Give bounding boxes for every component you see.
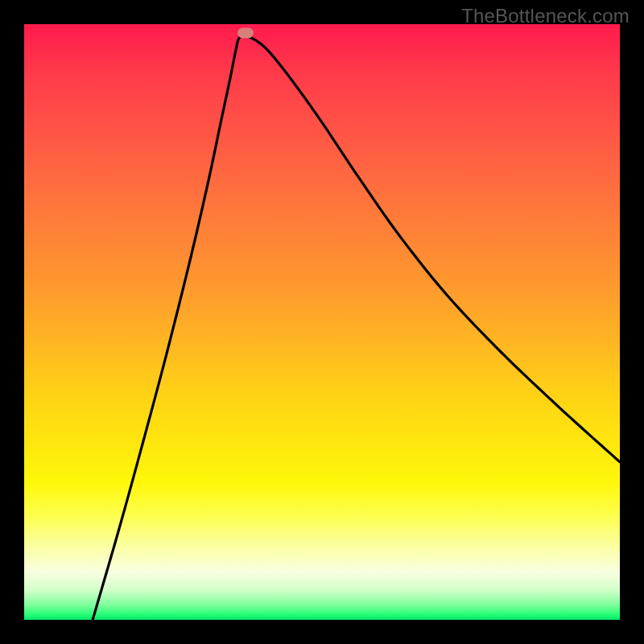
curve-svg	[24, 24, 620, 620]
bottleneck-curve-path	[93, 36, 620, 620]
plot-area	[24, 24, 620, 620]
trough-marker	[237, 28, 254, 39]
chart-frame: TheBottleneck.com	[0, 0, 644, 644]
